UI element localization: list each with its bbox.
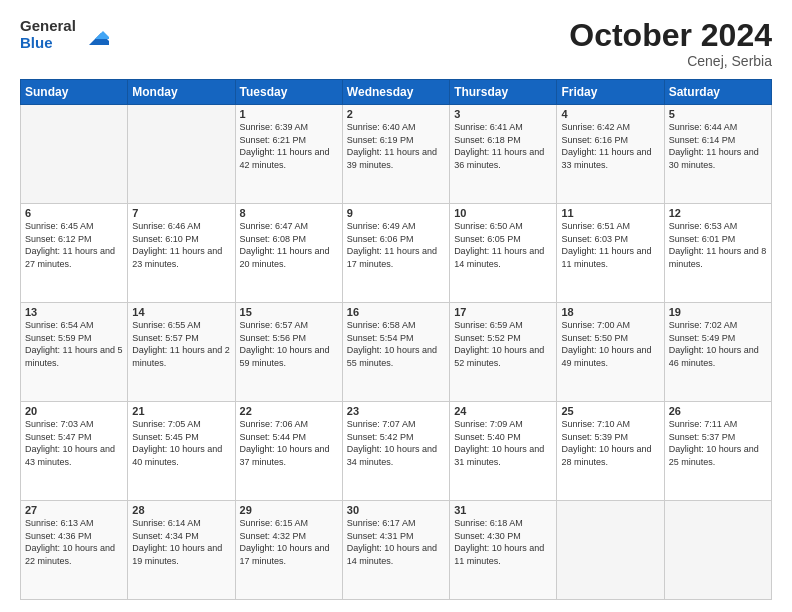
calendar-cell: 16Sunrise: 6:58 AMSunset: 5:54 PMDayligh… [342, 303, 449, 402]
logo: General Blue [20, 18, 109, 51]
calendar-cell: 30Sunrise: 6:17 AMSunset: 4:31 PMDayligh… [342, 501, 449, 600]
day-info: Sunrise: 6:58 AMSunset: 5:54 PMDaylight:… [347, 319, 445, 369]
day-info: Sunrise: 6:40 AMSunset: 6:19 PMDaylight:… [347, 121, 445, 171]
weekday-header: Sunday [21, 80, 128, 105]
day-info: Sunrise: 6:45 AMSunset: 6:12 PMDaylight:… [25, 220, 123, 270]
day-number: 9 [347, 207, 445, 219]
day-info: Sunrise: 7:05 AMSunset: 5:45 PMDaylight:… [132, 418, 230, 468]
day-number: 14 [132, 306, 230, 318]
day-info: Sunrise: 6:51 AMSunset: 6:03 PMDaylight:… [561, 220, 659, 270]
calendar-cell: 8Sunrise: 6:47 AMSunset: 6:08 PMDaylight… [235, 204, 342, 303]
calendar-cell: 31Sunrise: 6:18 AMSunset: 4:30 PMDayligh… [450, 501, 557, 600]
calendar-cell: 4Sunrise: 6:42 AMSunset: 6:16 PMDaylight… [557, 105, 664, 204]
day-number: 3 [454, 108, 552, 120]
calendar-cell: 18Sunrise: 7:00 AMSunset: 5:50 PMDayligh… [557, 303, 664, 402]
calendar-cell: 12Sunrise: 6:53 AMSunset: 6:01 PMDayligh… [664, 204, 771, 303]
day-info: Sunrise: 6:55 AMSunset: 5:57 PMDaylight:… [132, 319, 230, 369]
day-info: Sunrise: 7:02 AMSunset: 5:49 PMDaylight:… [669, 319, 767, 369]
day-info: Sunrise: 7:09 AMSunset: 5:40 PMDaylight:… [454, 418, 552, 468]
calendar-table: SundayMondayTuesdayWednesdayThursdayFrid… [20, 79, 772, 600]
day-number: 27 [25, 504, 123, 516]
day-number: 20 [25, 405, 123, 417]
calendar-cell: 24Sunrise: 7:09 AMSunset: 5:40 PMDayligh… [450, 402, 557, 501]
calendar-cell: 13Sunrise: 6:54 AMSunset: 5:59 PMDayligh… [21, 303, 128, 402]
calendar-cell: 25Sunrise: 7:10 AMSunset: 5:39 PMDayligh… [557, 402, 664, 501]
calendar-cell: 29Sunrise: 6:15 AMSunset: 4:32 PMDayligh… [235, 501, 342, 600]
day-number: 26 [669, 405, 767, 417]
day-number: 7 [132, 207, 230, 219]
page: General Blue October 2024 Cenej, Serbia … [0, 0, 792, 612]
day-number: 28 [132, 504, 230, 516]
calendar-cell: 9Sunrise: 6:49 AMSunset: 6:06 PMDaylight… [342, 204, 449, 303]
calendar-cell: 11Sunrise: 6:51 AMSunset: 6:03 PMDayligh… [557, 204, 664, 303]
day-number: 2 [347, 108, 445, 120]
calendar-cell: 5Sunrise: 6:44 AMSunset: 6:14 PMDaylight… [664, 105, 771, 204]
day-number: 29 [240, 504, 338, 516]
calendar-cell [21, 105, 128, 204]
day-number: 22 [240, 405, 338, 417]
day-number: 31 [454, 504, 552, 516]
day-info: Sunrise: 6:53 AMSunset: 6:01 PMDaylight:… [669, 220, 767, 270]
weekday-header: Saturday [664, 80, 771, 105]
day-info: Sunrise: 7:03 AMSunset: 5:47 PMDaylight:… [25, 418, 123, 468]
calendar-cell: 6Sunrise: 6:45 AMSunset: 6:12 PMDaylight… [21, 204, 128, 303]
day-number: 21 [132, 405, 230, 417]
calendar-cell: 26Sunrise: 7:11 AMSunset: 5:37 PMDayligh… [664, 402, 771, 501]
calendar-cell: 27Sunrise: 6:13 AMSunset: 4:36 PMDayligh… [21, 501, 128, 600]
day-number: 12 [669, 207, 767, 219]
logo-icon [81, 21, 109, 49]
calendar-cell: 10Sunrise: 6:50 AMSunset: 6:05 PMDayligh… [450, 204, 557, 303]
day-info: Sunrise: 6:18 AMSunset: 4:30 PMDaylight:… [454, 517, 552, 567]
day-info: Sunrise: 7:06 AMSunset: 5:44 PMDaylight:… [240, 418, 338, 468]
calendar-cell: 19Sunrise: 7:02 AMSunset: 5:49 PMDayligh… [664, 303, 771, 402]
day-number: 6 [25, 207, 123, 219]
day-number: 30 [347, 504, 445, 516]
calendar-cell: 28Sunrise: 6:14 AMSunset: 4:34 PMDayligh… [128, 501, 235, 600]
day-info: Sunrise: 6:59 AMSunset: 5:52 PMDaylight:… [454, 319, 552, 369]
calendar-week-row: 27Sunrise: 6:13 AMSunset: 4:36 PMDayligh… [21, 501, 772, 600]
logo-blue-text: Blue [20, 35, 76, 52]
calendar-cell: 15Sunrise: 6:57 AMSunset: 5:56 PMDayligh… [235, 303, 342, 402]
logo-general-text: General [20, 18, 76, 35]
calendar-cell: 17Sunrise: 6:59 AMSunset: 5:52 PMDayligh… [450, 303, 557, 402]
calendar-cell: 2Sunrise: 6:40 AMSunset: 6:19 PMDaylight… [342, 105, 449, 204]
day-number: 25 [561, 405, 659, 417]
day-number: 11 [561, 207, 659, 219]
calendar-cell: 3Sunrise: 6:41 AMSunset: 6:18 PMDaylight… [450, 105, 557, 204]
calendar-week-row: 13Sunrise: 6:54 AMSunset: 5:59 PMDayligh… [21, 303, 772, 402]
calendar-cell [128, 105, 235, 204]
calendar-header-row: SundayMondayTuesdayWednesdayThursdayFrid… [21, 80, 772, 105]
weekday-header: Wednesday [342, 80, 449, 105]
month-title: October 2024 [569, 18, 772, 53]
day-info: Sunrise: 6:46 AMSunset: 6:10 PMDaylight:… [132, 220, 230, 270]
day-info: Sunrise: 7:00 AMSunset: 5:50 PMDaylight:… [561, 319, 659, 369]
calendar-week-row: 1Sunrise: 6:39 AMSunset: 6:21 PMDaylight… [21, 105, 772, 204]
day-number: 23 [347, 405, 445, 417]
calendar-cell: 1Sunrise: 6:39 AMSunset: 6:21 PMDaylight… [235, 105, 342, 204]
weekday-header: Tuesday [235, 80, 342, 105]
day-info: Sunrise: 6:13 AMSunset: 4:36 PMDaylight:… [25, 517, 123, 567]
header: General Blue October 2024 Cenej, Serbia [20, 18, 772, 69]
calendar-cell: 7Sunrise: 6:46 AMSunset: 6:10 PMDaylight… [128, 204, 235, 303]
day-info: Sunrise: 6:50 AMSunset: 6:05 PMDaylight:… [454, 220, 552, 270]
calendar-cell [557, 501, 664, 600]
day-info: Sunrise: 6:47 AMSunset: 6:08 PMDaylight:… [240, 220, 338, 270]
weekday-header: Thursday [450, 80, 557, 105]
day-info: Sunrise: 6:14 AMSunset: 4:34 PMDaylight:… [132, 517, 230, 567]
day-number: 16 [347, 306, 445, 318]
day-number: 1 [240, 108, 338, 120]
svg-marker-1 [95, 31, 109, 39]
calendar-cell: 20Sunrise: 7:03 AMSunset: 5:47 PMDayligh… [21, 402, 128, 501]
day-number: 18 [561, 306, 659, 318]
day-number: 10 [454, 207, 552, 219]
calendar-cell: 21Sunrise: 7:05 AMSunset: 5:45 PMDayligh… [128, 402, 235, 501]
day-info: Sunrise: 7:10 AMSunset: 5:39 PMDaylight:… [561, 418, 659, 468]
day-number: 17 [454, 306, 552, 318]
day-number: 15 [240, 306, 338, 318]
day-number: 4 [561, 108, 659, 120]
day-info: Sunrise: 6:15 AMSunset: 4:32 PMDaylight:… [240, 517, 338, 567]
day-info: Sunrise: 6:42 AMSunset: 6:16 PMDaylight:… [561, 121, 659, 171]
calendar-week-row: 6Sunrise: 6:45 AMSunset: 6:12 PMDaylight… [21, 204, 772, 303]
weekday-header: Friday [557, 80, 664, 105]
day-number: 24 [454, 405, 552, 417]
